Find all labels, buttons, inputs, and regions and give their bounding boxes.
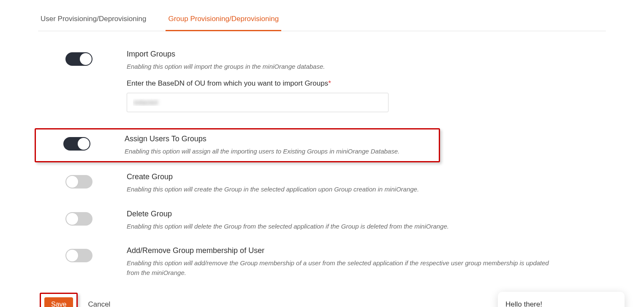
chat-popup[interactable]: Hello there! Need Help? Drop us an email… — [498, 292, 625, 307]
setting-title: Assign Users To Groups — [125, 135, 435, 143]
toggle-delete-group[interactable] — [65, 212, 92, 226]
setting-group-membership: Add/Remove Group membership of User Enab… — [38, 244, 606, 280]
setting-title: Add/Remove Group membership of User — [127, 246, 606, 255]
toggle-assign-users[interactable] — [63, 137, 90, 151]
highlight-save: Save — [40, 293, 78, 307]
toggle-import-groups[interactable] — [65, 52, 92, 66]
setting-title: Delete Group — [127, 210, 606, 218]
tabs-bar: User Provisioning/Deprovisioning Group P… — [38, 8, 606, 31]
basedn-input[interactable] — [127, 93, 389, 112]
setting-description: Enabling this option will create the Gro… — [127, 185, 549, 194]
highlight-assign-users: Assign Users To Groups Enabling this opt… — [35, 128, 440, 163]
save-button[interactable]: Save — [44, 297, 73, 307]
tab-user-provisioning[interactable]: User Provisioning/Deprovisioning — [38, 9, 149, 31]
cancel-button[interactable]: Cancel — [85, 300, 113, 307]
setting-description: Enabling this option will delete the Gro… — [127, 222, 549, 232]
setting-title: Create Group — [127, 172, 606, 181]
tab-group-provisioning[interactable]: Group Provisioning/Deprovisioning — [166, 9, 281, 31]
chat-greeting: Hello there! — [505, 300, 617, 307]
setting-import-groups: Import Groups Enabling this option will … — [38, 47, 606, 118]
setting-title: Import Groups — [127, 50, 606, 59]
setting-description: Enabling this option will import the gro… — [127, 62, 549, 72]
setting-assign-users: Assign Users To Groups Enabling this opt… — [36, 132, 435, 159]
setting-description: Enabling this option will add/remove the… — [127, 259, 549, 277]
toggle-create-group[interactable] — [65, 175, 92, 189]
basedn-label: Enter the BaseDN of OU from which you wa… — [127, 79, 606, 88]
setting-description: Enabling this option will assign all the… — [125, 147, 435, 156]
toggle-group-membership[interactable] — [65, 249, 92, 262]
setting-delete-group: Delete Group Enabling this option will d… — [38, 207, 606, 234]
setting-create-group: Create Group Enabling this option will c… — [38, 170, 606, 197]
